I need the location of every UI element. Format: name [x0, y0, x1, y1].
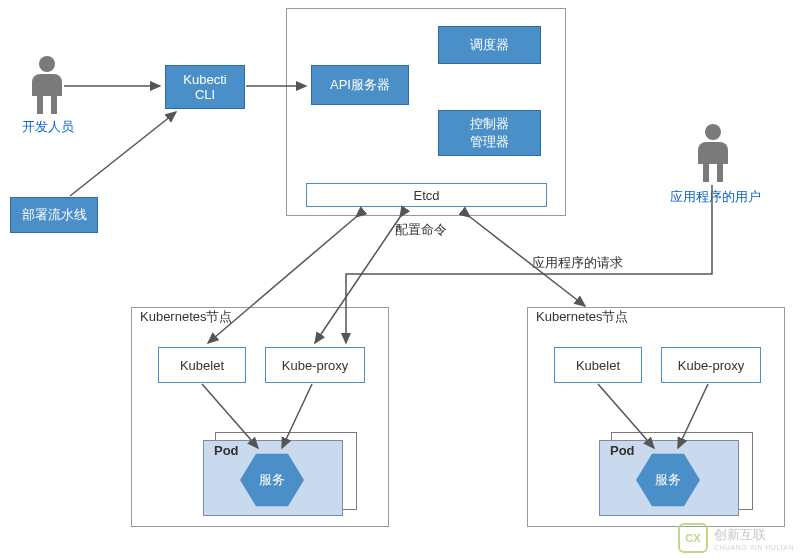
scheduler-box: 调度器 [438, 26, 541, 64]
watermark: CX 创新互联 CHUANG XIN HULIAN [678, 523, 794, 553]
etcd-box: Etcd [306, 183, 547, 207]
watermark-badge-icon: CX [678, 523, 708, 553]
user-label: 应用程序的用户 [670, 188, 761, 206]
pod-label-2: Pod [610, 443, 635, 458]
pod-label-1: Pod [214, 443, 239, 458]
kubeproxy-box-2: Kube-proxy [661, 347, 761, 383]
developer-icon [32, 56, 62, 114]
kubeproxy-box-1: Kube-proxy [265, 347, 365, 383]
kubectl-box: Kubecti CLI [165, 65, 245, 109]
k8s-node-title-1: Kubernetes节点 [140, 308, 233, 326]
kubelet-box-1: Kubelet [158, 347, 246, 383]
watermark-sub: CHUANG XIN HULIAN [714, 544, 794, 551]
k8s-node-title-2: Kubernetes节点 [536, 308, 629, 326]
user-icon [698, 124, 728, 182]
developer-label: 开发人员 [22, 118, 74, 136]
control-plane-caption: 配置命令 [395, 221, 447, 239]
request-label: 应用程序的请求 [532, 254, 623, 272]
kubelet-box-2: Kubelet [554, 347, 642, 383]
api-server-box: API服务器 [311, 65, 409, 105]
svg-line-2 [70, 112, 176, 196]
deploy-pipeline-box: 部署流水线 [10, 197, 98, 233]
watermark-main: 创新互联 [714, 526, 794, 544]
controller-box: 控制器 管理器 [438, 110, 541, 156]
